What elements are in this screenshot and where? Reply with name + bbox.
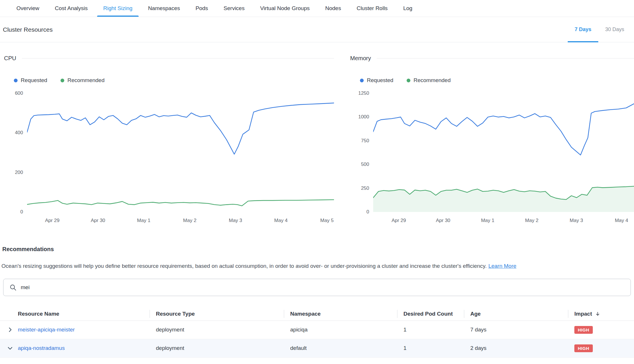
memory-chart-title: Memory [350,55,371,62]
column-header-namespace[interactable]: Namespace [284,308,397,321]
x-axis-tick-label: Apr 30 [91,218,105,223]
cluster-resources-header: Cluster Resources 7 Days 30 Days [0,17,634,42]
column-label: Age [470,311,481,317]
y-axis-tick-label: 200 [15,170,23,175]
column-label: Resource Name [18,311,59,317]
range-7-days-button[interactable]: 7 Days [568,17,598,42]
legend-label: Requested [367,77,393,84]
resource-name-link[interactable]: meister-apiciqa-meister [18,327,75,333]
legend-item-requested: Requested [360,77,393,84]
recommendations-title: Recommendations [2,246,634,253]
column-header-age[interactable]: Age [464,308,568,321]
tab-nodes[interactable]: Nodes [318,0,349,17]
column-header-resource-name[interactable]: Resource Name [0,308,150,321]
column-header-desired-pod-count[interactable]: Desired Pod Count [397,308,464,321]
y-axis-tick-label: 500 [361,162,369,167]
resource-name-link[interactable]: apiqa-nostradamus [18,345,65,351]
cell-namespace: default [284,345,397,351]
x-axis-tick-label: May 4 [274,218,288,223]
y-axis-tick-label: 0 [20,209,23,215]
y-axis-tick-label: 1000 [358,114,369,120]
cell-namespace: apiciqa [284,327,397,333]
recommendations-table: Resource Name Resource Type Namespace De… [0,308,634,358]
expand-chevron-right-icon[interactable] [7,327,13,333]
divider [377,58,634,58]
description-text: Ocean's resizing suggestions will help y… [1,263,487,269]
tab-cost-analysis[interactable]: Cost Analysis [47,0,95,17]
column-header-impact[interactable]: Impact [568,308,634,321]
cell-desired-pod-count: 1 [397,345,464,351]
legend-label: Recommended [67,77,105,84]
y-axis-tick-label: 1250 [358,90,369,96]
memory-plot-area [373,93,634,212]
cpu-chart-title: CPU [4,55,16,62]
charts-row: CPU Requested Recommended 0200400600 Apr… [0,55,634,223]
table-header-row: Resource Name Resource Type Namespace De… [0,308,634,321]
recommended-dot-icon [407,79,410,82]
column-label: Resource Type [156,311,195,317]
legend-label: Requested [21,77,47,84]
column-label: Namespace [290,311,321,317]
search-icon [9,284,17,291]
legend-label: Recommended [414,77,451,84]
memory-chart-legend: Requested Recommended [360,77,634,84]
cluster-resources-title: Cluster Resources [3,26,53,33]
search-box [3,279,631,296]
x-axis-tick-label: May 2 [183,218,196,223]
x-axis-tick-label: Apr 29 [392,218,406,223]
range-30-days-button[interactable]: 30 Days [598,17,631,42]
memory-y-axis-labels: 025050075010001250 [350,93,369,212]
cpu-chart-legend: Requested Recommended [14,77,334,84]
cpu-plot-area [27,93,334,212]
y-axis-tick-label: 750 [361,138,369,144]
recommended-dot-icon [61,79,64,82]
divider [22,58,334,58]
tab-log[interactable]: Log [395,0,420,17]
cell-resource-type: deployment [150,345,284,351]
cpu-y-axis-labels: 0200400600 [4,93,23,212]
cell-age: 2 days [464,345,568,351]
tab-namespaces[interactable]: Namespaces [140,0,188,17]
recommendations-description: Ocean's resizing suggestions will help y… [1,262,634,270]
column-label: Desired Pod Count [403,311,453,317]
y-axis-tick-label: 250 [361,185,369,191]
memory-chart: Memory Requested Recommended 02505007501… [350,55,634,223]
x-axis-tick-label: May 5 [320,218,333,223]
table-row[interactable]: apiqa-nostradamus deployment default 1 2… [0,339,634,358]
x-axis-tick-label: May 2 [525,218,538,223]
cpu-chart: CPU Requested Recommended 0200400600 Apr… [4,55,334,223]
collapse-chevron-down-icon[interactable] [7,345,13,351]
x-axis-tick-label: May 3 [570,218,583,223]
top-tab-bar: Overview Cost Analysis Right Sizing Name… [0,0,634,17]
memory-chart-area: 025050075010001250 Apr 29Apr 30May 1May … [350,90,634,223]
impact-badge: HIGH [574,344,593,352]
impact-badge: HIGH [574,326,593,334]
tab-virtual-node-groups[interactable]: Virtual Node Groups [252,0,318,17]
sort-descending-icon[interactable] [595,311,601,317]
time-range-toggle: 7 Days 30 Days [568,17,634,42]
column-header-resource-type[interactable]: Resource Type [150,308,284,321]
y-axis-tick-label: 600 [15,90,23,96]
cell-desired-pod-count: 1 [397,327,464,333]
legend-item-requested: Requested [14,77,47,84]
tab-services[interactable]: Services [216,0,252,17]
x-axis-tick-label: Apr 29 [45,218,59,223]
search-input[interactable] [21,284,625,291]
cpu-chart-area: 0200400600 Apr 29Apr 30May 1May 2May 3Ma… [4,90,334,223]
x-axis-tick-label: May 4 [615,218,628,223]
tab-overview[interactable]: Overview [9,0,47,17]
y-axis-tick-label: 400 [15,130,23,136]
table-row[interactable]: meister-apiciqa-meister deployment apici… [0,321,634,339]
tab-right-sizing[interactable]: Right Sizing [95,0,140,17]
column-label: Impact [574,311,592,317]
requested-dot-icon [360,79,364,82]
memory-x-axis-labels: Apr 29Apr 30May 1May 2May 3May 4 [373,216,634,223]
cell-age: 7 days [464,327,568,333]
tab-cluster-rolls[interactable]: Cluster Rolls [349,0,395,17]
cell-resource-type: deployment [150,327,284,333]
x-axis-tick-label: May 1 [481,218,494,223]
y-axis-tick-label: 0 [367,209,369,215]
x-axis-tick-label: May 3 [229,218,242,223]
learn-more-link[interactable]: Learn More [488,263,516,269]
tab-pods[interactable]: Pods [188,0,216,17]
